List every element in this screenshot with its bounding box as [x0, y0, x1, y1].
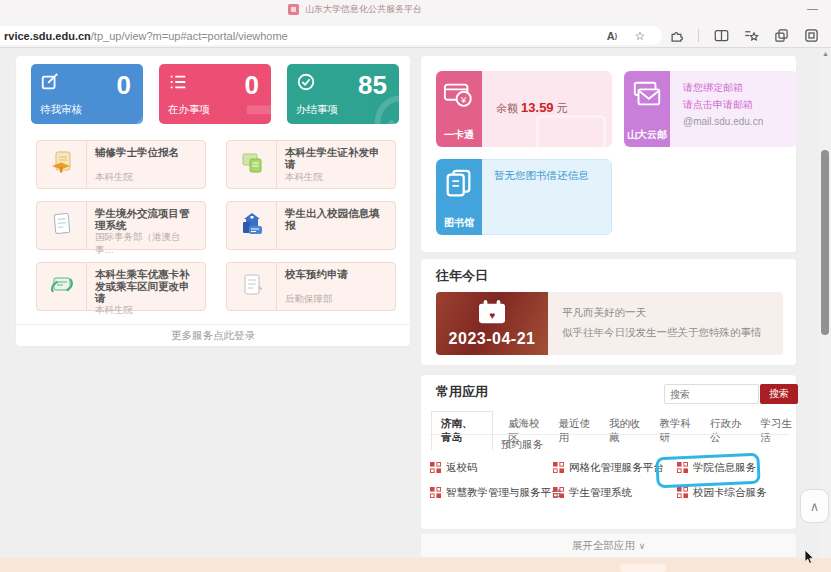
history-line1: 平凡而美好的一天 [562, 302, 783, 322]
mouse-cursor [805, 550, 816, 569]
id-cards-icon [239, 150, 265, 180]
service-item-school-bus-booking[interactable]: 校车预约申请后勤保障部 [226, 262, 396, 311]
stat-card-completed[interactable]: 85 办结事项 [287, 64, 399, 124]
service-item-minor-degree[interactable]: 辅修学士学位报名本科生院 [36, 140, 206, 189]
calendar-heart-icon: ♥ [476, 299, 508, 329]
stat-label: 在办事项 [168, 103, 210, 117]
service-item-bus-discount-card[interactable]: 本科生乘车优惠卡补发或乘车区间更改申请本科生院 [36, 262, 206, 311]
service-title: 本科生乘车优惠卡补发或乘车区间更改申请 [95, 268, 199, 304]
browser-window: 山东大学信息化公共服务平台 — rvice.sdu.edu.cn/tp_up/v… [0, 0, 831, 572]
address-bar[interactable]: rvice.sdu.edu.cn/tp_up/view?m=up#act=por… [0, 26, 662, 45]
mail-domain: @mail.sdu.edu.cn [683, 113, 763, 130]
collections-icon[interactable] [773, 28, 789, 44]
app-link-return-code[interactable]: 返校码 [430, 461, 478, 475]
mail-line2[interactable]: 请点击申请邮箱 [683, 96, 763, 113]
list-icon [168, 72, 188, 96]
my-affairs-panel: 0 待我审核 0 在办事项 85 办结事项 [15, 55, 411, 347]
scrollbar-thumb[interactable] [821, 150, 829, 335]
tab-jinan-qingdao[interactable]: 济南、青岛 [431, 411, 493, 451]
service-dept: 后勤保障部 [285, 293, 389, 306]
graduation-doc-icon [49, 150, 75, 180]
url-host: rvice.sdu.edu.cn [4, 30, 91, 42]
more-services-login-link[interactable]: 更多服务点此登录 [16, 324, 410, 346]
stat-card-in-progress[interactable]: 0 在办事项 [159, 64, 271, 124]
stat-value: 85 [358, 70, 387, 101]
apps-title: 常用应用 [436, 383, 488, 401]
service-dept: 本科生院 [95, 171, 199, 184]
apps-search-button[interactable]: 搜索 [760, 384, 798, 404]
app-link-campus-card-service[interactable]: 校园卡综合服务 [677, 486, 767, 500]
service-dept: 本科生院 [285, 171, 389, 184]
svg-text:¥: ¥ [460, 94, 467, 105]
card-watermark [536, 115, 606, 147]
split-screen-icon[interactable] [713, 28, 729, 44]
cloud-mail-item[interactable]: 山大云邮 请您绑定邮箱 请点击申请邮箱 @mail.sdu.edu.cn [624, 71, 798, 147]
history-date: 2023-04-21 [449, 330, 536, 348]
history-date-box: ♥ 2023-04-21 [436, 292, 548, 355]
app-link-student-management[interactable]: 学生管理系统 [553, 486, 632, 500]
favorites-bar-icon[interactable] [743, 28, 759, 44]
app-link-college-info-service[interactable]: 学院信息服务 [677, 461, 756, 475]
service-item-campus-entry-report[interactable]: 学生出入校园信息填报 [226, 201, 396, 250]
toolbar-separator [698, 29, 699, 42]
app-grid-icon [430, 487, 441, 500]
stat-label: 办结事项 [296, 103, 338, 117]
mail-messages: 请您绑定邮箱 请点击申请邮箱 @mail.sdu.edu.cn [683, 79, 763, 130]
service-item-overseas-exchange[interactable]: 学生境外交流项目管理系统国际事务部（港澳台事… [36, 201, 206, 250]
cloud-mail-label: 山大云邮 [627, 128, 667, 142]
history-title: 往年今日 [436, 267, 488, 285]
read-aloud-icon[interactable]: A) [604, 28, 620, 44]
app-grid-icon [553, 487, 564, 500]
taskbar-pill [620, 564, 666, 572]
url-text: rvice.sdu.edu.cn/tp_up/view?m=up#act=por… [4, 30, 288, 42]
service-item-student-card-reissue[interactable]: 本科生学生证补发申请本科生院 [226, 140, 396, 189]
history-card[interactable]: ♥ 2023-04-21 平凡而美好的一天 似乎往年今日没发生一些关于您特殊的事… [436, 292, 783, 355]
card-recycle-icon [49, 272, 75, 302]
check-circle-icon [296, 72, 316, 96]
extensions-icon[interactable] [668, 28, 684, 44]
svg-text:♥: ♥ [489, 310, 495, 321]
app-grid-icon [677, 462, 688, 475]
history-text: 平凡而美好的一天 似乎往年今日没发生一些关于您特殊的事情 [548, 292, 783, 355]
browser-app-icon[interactable] [803, 28, 819, 44]
tab-admin-office[interactable]: 行政办公 [708, 412, 746, 450]
browser-tab[interactable]: 山东大学信息化公共服务平台 [288, 3, 422, 16]
tab-favorites[interactable]: 我的收藏 [607, 412, 645, 450]
scroll-to-top-button[interactable]: ∧ [800, 489, 829, 523]
app-grid-icon [553, 462, 564, 475]
campus-card-label: 一卡通 [444, 128, 474, 142]
service-title: 校车预约申请 [285, 268, 389, 280]
taskbar-strip [0, 558, 831, 572]
service-title: 学生境外交流项目管理系统 [95, 207, 199, 231]
apps-search-input[interactable] [664, 384, 759, 404]
window-minimize-button[interactable]: — [807, 2, 818, 14]
tab-recent[interactable]: 最近使用 [556, 412, 594, 450]
library-item[interactable]: 图书馆 暂无您图书借还信息 [436, 159, 612, 235]
stat-card-pending-review[interactable]: 0 待我审核 [31, 64, 143, 124]
favorites-star-icon[interactable]: ☆ [632, 28, 648, 44]
stat-label: 待我审核 [40, 103, 82, 117]
service-dept: 国际事务部（港澳台事… [95, 231, 199, 257]
edit-icon [40, 72, 60, 96]
mail-line1: 请您绑定邮箱 [683, 79, 763, 96]
campus-building-icon [239, 211, 265, 241]
history-panel: 往年今日 ♥ 2023-04-21 平凡而美好的一天 似乎往年今日没发生一些关于… [420, 258, 797, 366]
tab-divider [429, 434, 789, 435]
expand-all-apps-button[interactable]: 展开全部应用 ∨ [420, 533, 797, 558]
tab-title: 山东大学信息化公共服务平台 [305, 3, 422, 16]
tab-teaching-research[interactable]: 教学科研 [657, 412, 695, 450]
app-link-smart-teaching[interactable]: 智慧教学管理与服务平台 [430, 486, 562, 500]
browser-toolbar: rvice.sdu.edu.cn/tp_up/view?m=up#act=por… [0, 22, 831, 48]
campus-card-icon: ¥ [443, 80, 475, 114]
app-link-grid-management[interactable]: 网格化管理服务平台 [553, 461, 664, 475]
balance-amount: 13.59 [521, 100, 554, 115]
tab-booking-services[interactable]: 预约服务 [501, 438, 543, 452]
tab-study-life[interactable]: 学习生活 [758, 412, 796, 450]
balance-text: 余额 13.59 元 [496, 100, 568, 116]
common-apps-panel: 常用应用 搜索 济南、青岛 威海校区 最近使用 我的收藏 教学科研 行政办公 学… [420, 374, 797, 530]
scrollbar-up-arrow[interactable]: ▲ [822, 50, 829, 57]
document-gray-icon [239, 272, 265, 302]
campus-card-item[interactable]: ¥ 一卡通 余额 13.59 元 [436, 71, 612, 147]
service-dept: 本科生院 [95, 304, 199, 317]
browser-tab-bar: 山东大学信息化公共服务平台 — [0, 0, 831, 22]
